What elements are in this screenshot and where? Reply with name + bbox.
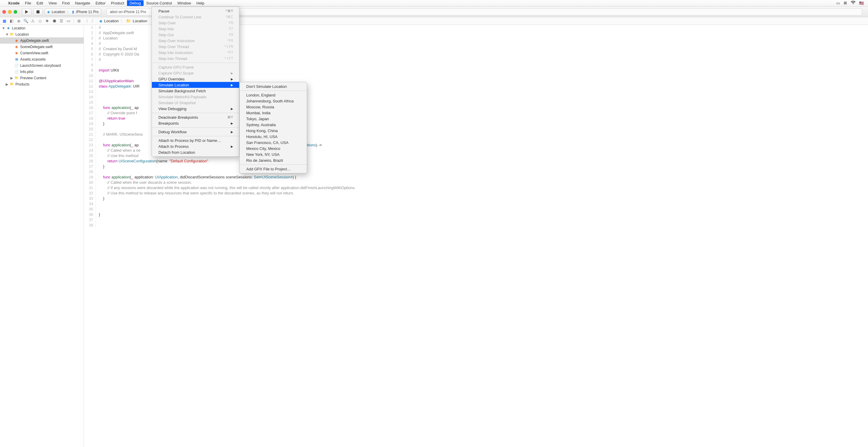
close-window-button[interactable] xyxy=(2,10,6,14)
menu-item-debug-workflow[interactable]: Debug Workflow▶ xyxy=(152,129,239,135)
project-navigator-icon[interactable]: ▦ xyxy=(2,19,7,24)
menubar-app[interactable]: Xcode xyxy=(5,0,22,6)
submenu-item-moscow-russia[interactable]: Moscow, Russia xyxy=(240,104,307,110)
menu-item-gpu-overrides[interactable]: GPU Overrides▶ xyxy=(152,76,239,82)
nav-file[interactable]: ◉AppDelegate.swift xyxy=(0,37,84,43)
menu-item-simulate-background-fetch[interactable]: Simulate Background Fetch xyxy=(152,88,239,94)
simulate-location-submenu: Don't Simulate LocationLondon, EnglandJo… xyxy=(239,82,307,173)
submenu-item-don-t-simulate-location[interactable]: Don't Simulate Location xyxy=(240,83,307,89)
menu-item-capture-gpu-frame: Capture GPU Frame xyxy=(152,64,239,70)
scheme-device: iPhone 11 Pro xyxy=(76,10,98,14)
nav-folder[interactable]: ▶📁 Preview Content xyxy=(0,75,84,81)
flag-icon[interactable]: 🇺🇸 xyxy=(859,1,864,5)
menu-item-simulate-ui-snapshot: Simulate UI Snapshot xyxy=(152,100,239,106)
menu-item-deactivate-breakpoints[interactable]: Deactivate Breakpoints⌘Y xyxy=(152,114,239,120)
menu-item-continue-to-current-line: Continue To Current Line^⌘C xyxy=(152,14,239,20)
nav-file[interactable]: ▦Assets.xcassets xyxy=(0,56,84,62)
nav-file[interactable]: 📄LaunchScreen.storyboard xyxy=(0,62,84,68)
toolbar: ◆ Location 〉 ▮ iPhone 11 Pro ation on iP… xyxy=(0,6,868,17)
menubar-item-product[interactable]: Product xyxy=(108,0,127,6)
submenu-item-san-francisco-ca-usa[interactable]: San Francisco, CA, USA xyxy=(240,140,307,145)
editor-grid-icon[interactable]: ⊞ xyxy=(76,19,82,24)
menubar-item-find[interactable]: Find xyxy=(59,0,72,6)
jumpbar-seg-1[interactable]: Location xyxy=(133,19,147,23)
menu-item-attach-to-process[interactable]: Attach to Process▶ xyxy=(152,143,239,149)
minimize-window-button[interactable] xyxy=(8,10,11,14)
nav-file[interactable]: 📄Info.plist xyxy=(0,68,84,75)
submenu-item-rio-de-janeiro-brazil[interactable]: Rio de Janeiro, Brazil xyxy=(240,157,307,163)
menu-item-simulate-metrickit-payloads: Simulate MetricKit Payloads xyxy=(152,94,239,100)
scheme-selector[interactable]: ◆ Location 〉 ▮ iPhone 11 Pro xyxy=(44,8,101,16)
debug-navigator-icon[interactable]: ❖ xyxy=(44,19,50,24)
menubar-item-edit[interactable]: Edit xyxy=(34,0,46,6)
menubar-item-debug[interactable]: Debug xyxy=(127,0,144,6)
nav-file[interactable]: ◉ContentView.swift xyxy=(0,50,84,56)
window-controls xyxy=(2,10,17,14)
menu-item-breakpoints[interactable]: Breakpoints▶ xyxy=(152,120,239,126)
nav-forward-icon[interactable]: 〉 xyxy=(91,19,96,24)
project-navigator: ▼◆ Location ▼📁 Location ◉AppDelegate.swi… xyxy=(0,25,84,447)
nav-back-icon[interactable]: 〈 xyxy=(83,19,89,24)
submenu-item-add-gpx-file-to-project-[interactable]: Add GPX File to Project… xyxy=(240,166,307,172)
source-control-navigator-icon[interactable]: ◧ xyxy=(9,19,14,24)
menu-item-step-over: Step OverF6 xyxy=(152,20,239,26)
submenu-item-hong-kong-china[interactable]: Hong Kong, China xyxy=(240,128,307,133)
menu-item-capture-gpu-scope: Capture GPU Scope▶ xyxy=(152,70,239,76)
menubar-item-help[interactable]: Help xyxy=(194,0,207,6)
scheme-target: Location xyxy=(52,10,65,14)
airplay-icon[interactable]: ▭ xyxy=(836,1,840,5)
menubar-item-window[interactable]: Window xyxy=(175,0,194,6)
navigator-selector-bar: ▦ ◧ ≣ 🔍 ⚠ ◇ ❖ ⬣ ☰ ▭ ⊞ 〈 〉 ◆Location 〉 📁L… xyxy=(0,17,868,25)
menu-item-step-into: Step IntoF7 xyxy=(152,26,239,32)
library-icon[interactable]: ▭ xyxy=(66,19,71,24)
menubar-item-view[interactable]: View xyxy=(46,0,59,6)
menu-item-view-debugging[interactable]: View Debugging▶ xyxy=(152,106,239,112)
menubar: Xcode FileEditViewFindNavigateEditorProd… xyxy=(0,0,868,6)
submenu-item-mumbai-india[interactable]: Mumbai, India xyxy=(240,110,307,116)
nav-root[interactable]: ▼◆ Location xyxy=(0,25,84,31)
find-navigator-icon[interactable]: 🔍 xyxy=(23,19,29,24)
submenu-item-johannesburg-south-africa[interactable]: Johannesburg, South Africa xyxy=(240,98,307,104)
menu-item-pause[interactable]: Pause^⌘Y xyxy=(152,8,239,14)
wifi-icon[interactable] xyxy=(851,1,856,5)
menubar-item-editor[interactable]: Editor xyxy=(93,0,108,6)
run-button[interactable] xyxy=(22,8,31,16)
menu-item-attach-to-process-by-pid-or-name-[interactable]: Attach to Process by PID or Name… xyxy=(152,138,239,143)
submenu-item-sydney-australia[interactable]: Sydney, Australia xyxy=(240,122,307,128)
menu-item-detach-from-location[interactable]: Detach from Location xyxy=(152,149,239,155)
submenu-item-london-england[interactable]: London, England xyxy=(240,92,307,98)
submenu-item-tokyo-japan[interactable]: Tokyo, Japan xyxy=(240,116,307,122)
menubar-item-file[interactable]: File xyxy=(22,0,34,6)
menubar-item-navigate[interactable]: Navigate xyxy=(72,0,93,6)
submenu-item-honolulu-hi-usa[interactable]: Honolulu, HI, USA xyxy=(240,133,307,140)
menu-item-step-over-instruction: Step Over Instruction^F6 xyxy=(152,38,239,43)
menu-item-step-into-thread: Step Into Thread^⇧F7 xyxy=(152,56,239,61)
submenu-item-mexico-city-mexico[interactable]: Mexico City, Mexico xyxy=(240,145,307,151)
menubar-item-source-control[interactable]: Source Control xyxy=(144,0,175,6)
breakpoint-navigator-icon[interactable]: ⬣ xyxy=(52,19,57,24)
zoom-window-button[interactable] xyxy=(13,10,17,14)
bluetooth-icon[interactable]: ⌘ xyxy=(843,1,847,5)
debug-menu: Pause^⌘YContinue To Current Line^⌘CStep … xyxy=(152,6,239,157)
submenu-item-new-york-ny-usa[interactable]: New York, NY, USA xyxy=(240,151,307,157)
nav-file[interactable]: ◉SceneDelegate.swift xyxy=(0,43,84,50)
menu-item-step-over-thread: Step Over Thread^⇧F6 xyxy=(152,43,239,50)
nav-group[interactable]: ▼📁 Location xyxy=(0,31,84,37)
menu-item-step-out: Step OutF8 xyxy=(152,32,239,38)
symbol-navigator-icon[interactable]: ≣ xyxy=(16,19,21,24)
menu-item-simulate-location[interactable]: Simulate Location▶ xyxy=(152,82,239,88)
svg-rect-0 xyxy=(36,10,39,13)
jumpbar-seg-0[interactable]: Location xyxy=(104,19,119,23)
issue-navigator-icon[interactable]: ⚠ xyxy=(30,19,36,24)
stop-button[interactable] xyxy=(33,8,43,16)
report-navigator-icon[interactable]: ☰ xyxy=(59,19,64,24)
test-navigator-icon[interactable]: ◇ xyxy=(37,19,43,24)
nav-folder[interactable]: ▶📁 Products xyxy=(0,81,84,87)
menu-item-step-into-instruction: Step Into Instruction^F7 xyxy=(152,50,239,56)
